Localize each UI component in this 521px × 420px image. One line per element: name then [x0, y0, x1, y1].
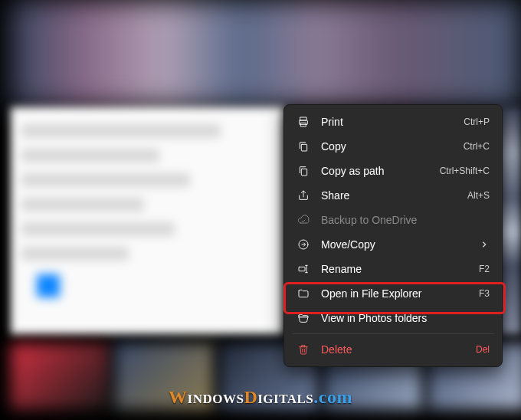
menu-item-print[interactable]: Print Ctrl+P — [289, 110, 497, 134]
menu-label: Delete — [321, 343, 465, 356]
menu-item-view-photos-folders[interactable]: View in Photos folders — [289, 306, 497, 330]
svg-rect-3 — [301, 144, 306, 151]
share-icon — [297, 189, 310, 202]
menu-label: View in Photos folders — [321, 312, 490, 324]
menu-item-delete[interactable]: Delete Del — [289, 337, 497, 362]
copy-path-icon — [297, 164, 310, 178]
menu-item-copy[interactable]: Copy Ctrl+C — [289, 134, 497, 159]
menu-label: Backup to OneDrive — [321, 214, 490, 226]
background-panel-left — [11, 107, 283, 334]
menu-item-copy-as-path[interactable]: Copy as path Ctrl+Shift+C — [289, 159, 497, 183]
menu-item-rename[interactable]: Rename F2 — [289, 257, 497, 281]
cloud-sync-icon — [297, 213, 310, 227]
menu-shortcut: Ctrl+P — [464, 116, 490, 127]
rename-icon — [297, 262, 310, 276]
print-icon — [297, 115, 310, 129]
svg-rect-4 — [301, 169, 306, 176]
menu-label: Print — [321, 116, 453, 128]
menu-shortcut: Del — [476, 344, 490, 355]
menu-label: Move/Copy — [321, 238, 470, 251]
menu-shortcut: F3 — [479, 288, 490, 299]
background-image-right — [500, 107, 521, 334]
menu-shortcut: Alt+S — [467, 190, 490, 201]
menu-shortcut: Ctrl+C — [464, 141, 490, 152]
menu-shortcut: Ctrl+Shift+C — [440, 166, 490, 176]
svg-rect-6 — [299, 267, 305, 271]
menu-shortcut: F2 — [479, 264, 490, 274]
svg-rect-0 — [300, 117, 306, 120]
menu-label: Open in File Explorer — [321, 287, 468, 300]
menu-item-share[interactable]: Share Alt+S — [289, 183, 497, 208]
menu-item-move-copy[interactable]: Move/Copy — [289, 232, 497, 257]
menu-item-open-file-explorer[interactable]: Open in File Explorer F3 — [289, 281, 497, 306]
folder-open-icon — [297, 311, 310, 325]
menu-label: Rename — [321, 263, 468, 275]
menu-item-backup-onedrive: Backup to OneDrive — [289, 208, 497, 232]
copy-icon — [297, 139, 310, 153]
chevron-right-icon — [480, 238, 490, 251]
context-menu: Print Ctrl+P Copy Ctrl+C Copy as path Ct… — [283, 104, 503, 367]
menu-separator — [292, 333, 494, 334]
background-image-top — [11, 0, 521, 107]
menu-label: Share — [321, 189, 457, 202]
trash-icon — [297, 343, 310, 356]
folder-icon — [297, 287, 310, 300]
menu-label: Copy as path — [321, 165, 429, 177]
menu-label: Copy — [321, 140, 453, 153]
move-copy-icon — [297, 238, 310, 251]
